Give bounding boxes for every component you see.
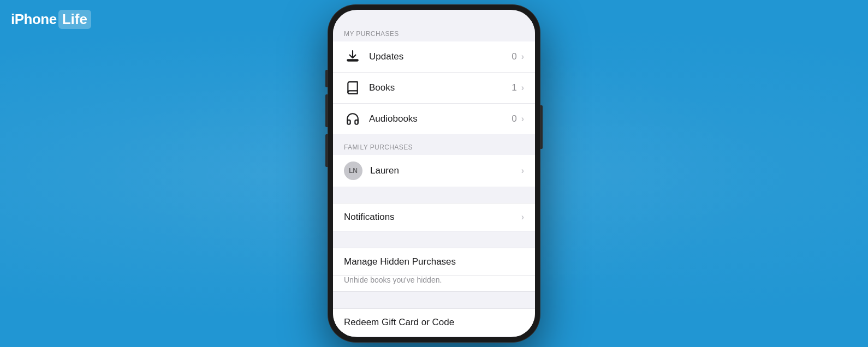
- section-gap-2: [333, 231, 535, 248]
- audiobooks-chevron: ›: [521, 114, 524, 124]
- notifications-label: Notifications: [344, 212, 521, 223]
- redeem-group: Redeem Gift Card or Code: [333, 308, 535, 336]
- avatar: LN: [344, 161, 362, 180]
- svg-rect-0: [347, 59, 358, 61]
- manage-hidden-item[interactable]: Manage Hidden Purchases: [333, 248, 535, 276]
- iphone-life-logo: iPhone Life: [11, 10, 91, 29]
- notifications-group: Notifications ›: [333, 203, 535, 231]
- manage-hidden-description: Unhide books you've hidden.: [333, 276, 535, 291]
- phone-volume-up-button: [325, 94, 328, 127]
- family-purchases-list: LN Lauren ›: [333, 155, 535, 187]
- section-gap-3: [333, 292, 535, 308]
- books-chevron: ›: [521, 83, 524, 93]
- my-purchases-list: Updates 0 › Books 1 ›: [333, 41, 535, 134]
- my-purchases-label: MY PURCHASES: [344, 30, 399, 38]
- updates-badge: 0: [512, 51, 516, 62]
- avatar-initials: LN: [349, 167, 358, 175]
- phone-volume-down-button: [325, 134, 328, 167]
- logo-life-text: Life: [62, 11, 87, 27]
- logo-life-box: Life: [58, 10, 91, 29]
- lauren-chevron: ›: [521, 166, 524, 176]
- lauren-item[interactable]: LN Lauren ›: [333, 155, 535, 187]
- redeem-item[interactable]: Redeem Gift Card or Code: [333, 309, 535, 336]
- section-gap-1: [333, 187, 535, 203]
- lauren-label: Lauren: [370, 165, 521, 176]
- redeem-label: Redeem Gift Card or Code: [344, 317, 524, 328]
- headphones-icon: [344, 110, 361, 128]
- books-label: Books: [369, 82, 512, 93]
- manage-hidden-label: Manage Hidden Purchases: [344, 256, 524, 267]
- download-icon: [344, 48, 361, 65]
- family-purchases-label: FAMILY PURCHASES: [344, 143, 413, 151]
- audiobooks-label: Audiobooks: [369, 113, 512, 124]
- manage-hidden-group: Manage Hidden Purchases Unhide books you…: [333, 248, 535, 292]
- notifications-item[interactable]: Notifications ›: [333, 204, 535, 231]
- phone-silent-button: [325, 70, 328, 87]
- audiobooks-badge: 0: [512, 113, 516, 124]
- notifications-chevron: ›: [521, 212, 524, 222]
- screen-content: MY PURCHASES Updates 0 ›: [333, 10, 535, 337]
- updates-label: Updates: [369, 51, 512, 62]
- updates-item[interactable]: Updates 0 ›: [333, 41, 535, 73]
- book-icon: [344, 79, 361, 97]
- my-purchases-header: MY PURCHASES: [333, 21, 535, 41]
- family-purchases-header: FAMILY PURCHASES: [333, 134, 535, 155]
- books-item[interactable]: Books 1 ›: [333, 73, 535, 104]
- audiobooks-item[interactable]: Audiobooks 0 ›: [333, 104, 535, 134]
- phone-screen: MY PURCHASES Updates 0 ›: [333, 10, 535, 337]
- books-badge: 1: [512, 82, 516, 93]
- updates-chevron: ›: [521, 52, 524, 62]
- phone-power-button: [540, 105, 543, 149]
- phone-device: MY PURCHASES Updates 0 ›: [328, 4, 540, 343]
- logo-iphone-text: iPhone: [11, 11, 57, 28]
